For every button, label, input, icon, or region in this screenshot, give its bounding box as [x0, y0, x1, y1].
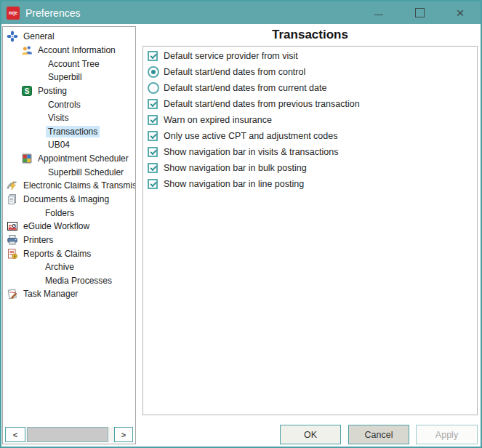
tree-horizontal-scrollbar[interactable]: < > [5, 427, 133, 442]
checkbox-dates-previous-transaction[interactable] [148, 99, 158, 109]
option-label: Show navigation bar in line posting [164, 179, 304, 189]
app-logo-icon: m|e [7, 7, 20, 20]
sidebar-item-label: Superbill [46, 71, 84, 83]
window-title: Preferences [25, 7, 80, 19]
sidebar-item-superbill[interactable]: Superbill [3, 71, 135, 84]
transactions-options-panel: Default service provider from visit Defa… [142, 46, 478, 415]
minimize-icon [374, 15, 383, 15]
documents-imaging-icon [7, 193, 18, 205]
sidebar-item-general[interactable]: General [3, 30, 135, 44]
option-label: Default start/end dates from control [164, 67, 305, 77]
option-label: Default service provider from visit [164, 51, 298, 61]
sidebar-item-electronic-claims[interactable]: Electronic Claims & Transmis [3, 179, 135, 193]
sidebar-item-documents-imaging[interactable]: Documents & Imaging [3, 193, 135, 207]
sidebar-item-label: Printers [21, 234, 55, 246]
scroll-left-icon: < [13, 431, 17, 439]
radio-dates-from-current-date[interactable] [148, 82, 159, 94]
sidebar-item-appointment-scheduler[interactable]: Appointment Scheduler [3, 152, 135, 166]
scroll-right-button[interactable]: > [114, 427, 133, 442]
sidebar-item-media-processes[interactable]: Media Processes [3, 274, 135, 288]
sidebar-item-task-manager[interactable]: Task Manager [3, 287, 135, 301]
scroll-right-icon: > [121, 431, 126, 439]
sidebar-item-controls[interactable]: Controls [3, 97, 135, 111]
sidebar-item-label: Account Tree [46, 58, 102, 70]
checkbox-navbar-line-posting[interactable] [148, 179, 158, 189]
sidebar-item-account-tree[interactable]: Account Tree [3, 57, 135, 71]
sidebar-item-archive[interactable]: Archive [3, 260, 135, 274]
sidebar-item-printers[interactable]: Printers [3, 233, 135, 247]
page-title: Transactions [142, 28, 478, 42]
sidebar-item-label: Controls [46, 99, 83, 111]
checkbox-navbar-visits-transactions[interactable] [148, 147, 158, 157]
appointment-scheduler-icon [21, 153, 33, 164]
option-row[interactable]: Default start/end dates from current dat… [148, 80, 477, 96]
option-label: Only use active CPT and adjustment codes [164, 131, 337, 141]
option-row[interactable]: Show navigation bar in visits & transact… [148, 144, 477, 160]
sidebar-item-superbill-scheduler[interactable]: Superbill Scheduler [3, 165, 135, 179]
sidebar-item-label: Archive [43, 261, 76, 273]
sidebar-item-eguide-workflow[interactable]: eG eGuide Workflow [3, 220, 135, 233]
sidebar-item-label: Media Processes [43, 275, 114, 287]
option-label: Default start/end dates from previous tr… [164, 99, 360, 109]
sidebar-item-label: Posting [36, 85, 69, 97]
preferences-tree: General Account Information Account Tree… [3, 27, 135, 301]
sidebar-item-label: eGuide Workflow [21, 220, 92, 232]
apply-button[interactable]: Apply [416, 425, 478, 444]
general-icon [7, 31, 18, 42]
sidebar-item-posting[interactable]: S Posting [3, 84, 135, 98]
option-row[interactable]: Default start/end dates from previous tr… [148, 96, 477, 112]
sidebar-item-label: Electronic Claims & Transmis [21, 180, 136, 191]
sidebar-item-label: Appointment Scheduler [36, 153, 131, 164]
close-icon: × [456, 5, 464, 21]
option-label: Warn on expired insurance [164, 115, 272, 125]
sidebar-item-visits[interactable]: Visits [3, 111, 135, 125]
cancel-button[interactable]: Cancel [348, 425, 409, 444]
option-label: Default start/end dates from current dat… [164, 83, 326, 93]
maximize-icon [415, 8, 425, 17]
option-label: Show navigation bar in visits & transact… [164, 147, 338, 157]
sidebar-item-ub04[interactable]: UB04 [3, 138, 135, 152]
sidebar-item-account-information[interactable]: Account Information [3, 44, 135, 57]
option-row[interactable]: Show navigation bar in line posting [148, 176, 477, 192]
maximize-button[interactable] [399, 1, 440, 24]
checkbox-active-cpt-codes[interactable] [148, 131, 158, 141]
checkbox-navbar-bulk-posting[interactable] [148, 163, 158, 173]
preferences-window: m|e Preferences × General Account Inform… [0, 0, 482, 448]
scroll-left-button[interactable]: < [5, 427, 25, 442]
scrollbar-thumb[interactable] [27, 427, 108, 442]
close-button[interactable]: × [440, 1, 481, 24]
sidebar-item-label: UB04 [46, 139, 72, 151]
sidebar-item-folders[interactable]: Folders [3, 206, 135, 220]
printers-icon [7, 234, 18, 246]
checkbox-warn-expired-insurance[interactable] [148, 115, 158, 125]
sidebar-item-transactions[interactable]: Transactions [3, 124, 135, 138]
sidebar-item-reports-claims[interactable]: Reports & Claims [3, 247, 135, 260]
sidebar-item-label: Visits [46, 112, 71, 124]
sidebar-item-label: Account Information [36, 44, 118, 56]
eguide-workflow-icon: eG [7, 220, 18, 232]
posting-icon: S [21, 85, 33, 97]
sidebar-item-label-selected: Transactions [46, 126, 100, 137]
window-controls: × [358, 1, 481, 24]
svg-text:eG: eG [9, 223, 16, 229]
sidebar-item-label: General [21, 31, 57, 42]
reports-claims-icon [7, 248, 18, 260]
electronic-claims-icon [7, 180, 18, 191]
account-information-icon [21, 44, 33, 56]
radio-dates-from-control[interactable] [148, 66, 159, 78]
option-row[interactable]: Default start/end dates from control [148, 64, 477, 80]
sidebar-item-label: Folders [43, 207, 76, 219]
sidebar-item-label: Superbill Scheduler [46, 167, 126, 178]
minimize-button[interactable] [358, 1, 399, 24]
option-row[interactable]: Default service provider from visit [148, 48, 477, 64]
sidebar-item-label: Reports & Claims [21, 248, 93, 260]
option-row[interactable]: Warn on expired insurance [148, 112, 477, 128]
sidebar-item-label: Task Manager [21, 288, 80, 300]
sidebar-item-label: Documents & Imaging [21, 193, 111, 205]
title-bar: m|e Preferences × [1, 1, 481, 24]
checkbox-default-service-provider[interactable] [148, 51, 158, 61]
option-row[interactable]: Show navigation bar in bulk posting [148, 160, 477, 176]
option-row[interactable]: Only use active CPT and adjustment codes [148, 128, 477, 144]
task-manager-icon [7, 288, 18, 300]
ok-button[interactable]: OK [280, 425, 341, 444]
